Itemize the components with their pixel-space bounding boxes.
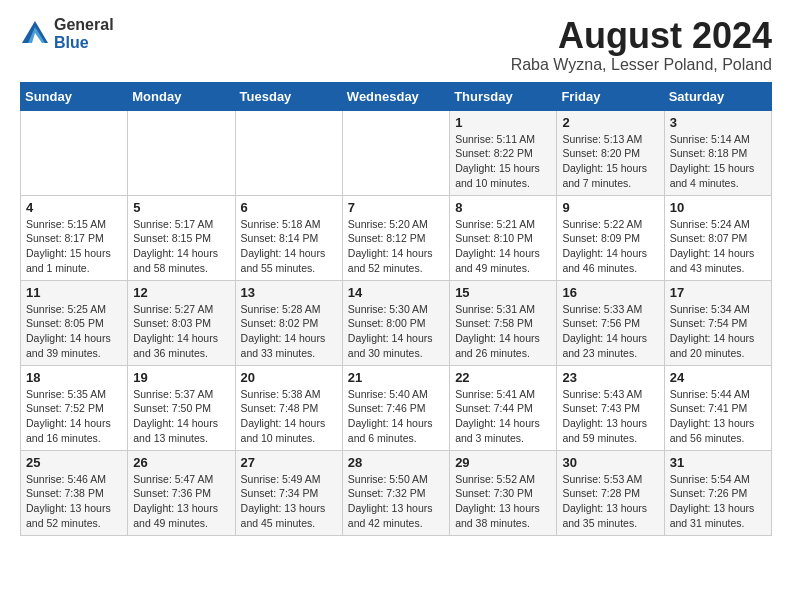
cell-day-number: 22 — [455, 370, 551, 385]
calendar-title: August 2024 — [511, 16, 772, 56]
logo-text: General Blue — [54, 16, 114, 51]
cell-day-number: 4 — [26, 200, 122, 215]
cell-day-number: 24 — [670, 370, 766, 385]
calendar-cell: 5Sunrise: 5:17 AM Sunset: 8:15 PM Daylig… — [128, 195, 235, 280]
logo-icon — [20, 19, 50, 49]
cell-day-number: 16 — [562, 285, 658, 300]
weekday-row: SundayMondayTuesdayWednesdayThursdayFrid… — [21, 82, 772, 110]
calendar-cell: 4Sunrise: 5:15 AM Sunset: 8:17 PM Daylig… — [21, 195, 128, 280]
calendar-cell: 12Sunrise: 5:27 AM Sunset: 8:03 PM Dayli… — [128, 280, 235, 365]
cell-day-info: Sunrise: 5:47 AM Sunset: 7:36 PM Dayligh… — [133, 472, 229, 531]
cell-day-info: Sunrise: 5:13 AM Sunset: 8:20 PM Dayligh… — [562, 132, 658, 191]
cell-day-number: 18 — [26, 370, 122, 385]
calendar-cell: 13Sunrise: 5:28 AM Sunset: 8:02 PM Dayli… — [235, 280, 342, 365]
calendar-cell: 20Sunrise: 5:38 AM Sunset: 7:48 PM Dayli… — [235, 365, 342, 450]
cell-day-info: Sunrise: 5:31 AM Sunset: 7:58 PM Dayligh… — [455, 302, 551, 361]
cell-day-info: Sunrise: 5:11 AM Sunset: 8:22 PM Dayligh… — [455, 132, 551, 191]
cell-day-info: Sunrise: 5:28 AM Sunset: 8:02 PM Dayligh… — [241, 302, 337, 361]
calendar-header: SundayMondayTuesdayWednesdayThursdayFrid… — [21, 82, 772, 110]
cell-day-info: Sunrise: 5:14 AM Sunset: 8:18 PM Dayligh… — [670, 132, 766, 191]
calendar-cell — [128, 110, 235, 195]
cell-day-number: 19 — [133, 370, 229, 385]
cell-day-number: 17 — [670, 285, 766, 300]
cell-day-number: 14 — [348, 285, 444, 300]
weekday-header: Thursday — [450, 82, 557, 110]
calendar-cell — [21, 110, 128, 195]
weekday-header: Sunday — [21, 82, 128, 110]
cell-day-number: 26 — [133, 455, 229, 470]
cell-day-number: 5 — [133, 200, 229, 215]
cell-day-number: 29 — [455, 455, 551, 470]
cell-day-number: 11 — [26, 285, 122, 300]
calendar-cell: 1Sunrise: 5:11 AM Sunset: 8:22 PM Daylig… — [450, 110, 557, 195]
cell-day-info: Sunrise: 5:49 AM Sunset: 7:34 PM Dayligh… — [241, 472, 337, 531]
cell-day-info: Sunrise: 5:20 AM Sunset: 8:12 PM Dayligh… — [348, 217, 444, 276]
calendar-cell: 17Sunrise: 5:34 AM Sunset: 7:54 PM Dayli… — [664, 280, 771, 365]
cell-day-info: Sunrise: 5:22 AM Sunset: 8:09 PM Dayligh… — [562, 217, 658, 276]
calendar-cell: 22Sunrise: 5:41 AM Sunset: 7:44 PM Dayli… — [450, 365, 557, 450]
cell-day-info: Sunrise: 5:54 AM Sunset: 7:26 PM Dayligh… — [670, 472, 766, 531]
calendar-cell: 18Sunrise: 5:35 AM Sunset: 7:52 PM Dayli… — [21, 365, 128, 450]
cell-day-number: 12 — [133, 285, 229, 300]
cell-day-info: Sunrise: 5:40 AM Sunset: 7:46 PM Dayligh… — [348, 387, 444, 446]
logo-general: General — [54, 16, 114, 34]
cell-day-info: Sunrise: 5:35 AM Sunset: 7:52 PM Dayligh… — [26, 387, 122, 446]
calendar-cell: 16Sunrise: 5:33 AM Sunset: 7:56 PM Dayli… — [557, 280, 664, 365]
cell-day-number: 15 — [455, 285, 551, 300]
cell-day-info: Sunrise: 5:15 AM Sunset: 8:17 PM Dayligh… — [26, 217, 122, 276]
cell-day-number: 9 — [562, 200, 658, 215]
weekday-header: Wednesday — [342, 82, 449, 110]
calendar-week-row: 11Sunrise: 5:25 AM Sunset: 8:05 PM Dayli… — [21, 280, 772, 365]
calendar-cell — [342, 110, 449, 195]
calendar-week-row: 25Sunrise: 5:46 AM Sunset: 7:38 PM Dayli… — [21, 450, 772, 535]
calendar-week-row: 1Sunrise: 5:11 AM Sunset: 8:22 PM Daylig… — [21, 110, 772, 195]
calendar-cell: 27Sunrise: 5:49 AM Sunset: 7:34 PM Dayli… — [235, 450, 342, 535]
title-block: August 2024 Raba Wyzna, Lesser Poland, P… — [511, 16, 772, 74]
cell-day-number: 25 — [26, 455, 122, 470]
cell-day-number: 1 — [455, 115, 551, 130]
logo-blue: Blue — [54, 34, 114, 52]
calendar-cell: 15Sunrise: 5:31 AM Sunset: 7:58 PM Dayli… — [450, 280, 557, 365]
cell-day-number: 2 — [562, 115, 658, 130]
cell-day-number: 30 — [562, 455, 658, 470]
cell-day-info: Sunrise: 5:17 AM Sunset: 8:15 PM Dayligh… — [133, 217, 229, 276]
weekday-header: Monday — [128, 82, 235, 110]
cell-day-info: Sunrise: 5:33 AM Sunset: 7:56 PM Dayligh… — [562, 302, 658, 361]
cell-day-number: 21 — [348, 370, 444, 385]
cell-day-info: Sunrise: 5:21 AM Sunset: 8:10 PM Dayligh… — [455, 217, 551, 276]
calendar-cell: 26Sunrise: 5:47 AM Sunset: 7:36 PM Dayli… — [128, 450, 235, 535]
cell-day-number: 20 — [241, 370, 337, 385]
calendar-cell: 24Sunrise: 5:44 AM Sunset: 7:41 PM Dayli… — [664, 365, 771, 450]
calendar-cell: 9Sunrise: 5:22 AM Sunset: 8:09 PM Daylig… — [557, 195, 664, 280]
cell-day-number: 23 — [562, 370, 658, 385]
cell-day-number: 10 — [670, 200, 766, 215]
calendar-cell: 23Sunrise: 5:43 AM Sunset: 7:43 PM Dayli… — [557, 365, 664, 450]
calendar-cell — [235, 110, 342, 195]
cell-day-number: 13 — [241, 285, 337, 300]
calendar-body: 1Sunrise: 5:11 AM Sunset: 8:22 PM Daylig… — [21, 110, 772, 535]
calendar-cell: 29Sunrise: 5:52 AM Sunset: 7:30 PM Dayli… — [450, 450, 557, 535]
calendar-cell: 8Sunrise: 5:21 AM Sunset: 8:10 PM Daylig… — [450, 195, 557, 280]
calendar-cell: 14Sunrise: 5:30 AM Sunset: 8:00 PM Dayli… — [342, 280, 449, 365]
calendar-cell: 25Sunrise: 5:46 AM Sunset: 7:38 PM Dayli… — [21, 450, 128, 535]
cell-day-info: Sunrise: 5:53 AM Sunset: 7:28 PM Dayligh… — [562, 472, 658, 531]
calendar-cell: 2Sunrise: 5:13 AM Sunset: 8:20 PM Daylig… — [557, 110, 664, 195]
page: General Blue August 2024 Raba Wyzna, Les… — [0, 0, 792, 552]
cell-day-info: Sunrise: 5:18 AM Sunset: 8:14 PM Dayligh… — [241, 217, 337, 276]
calendar-cell: 6Sunrise: 5:18 AM Sunset: 8:14 PM Daylig… — [235, 195, 342, 280]
logo: General Blue — [20, 16, 114, 51]
calendar-week-row: 4Sunrise: 5:15 AM Sunset: 8:17 PM Daylig… — [21, 195, 772, 280]
cell-day-info: Sunrise: 5:50 AM Sunset: 7:32 PM Dayligh… — [348, 472, 444, 531]
cell-day-info: Sunrise: 5:41 AM Sunset: 7:44 PM Dayligh… — [455, 387, 551, 446]
cell-day-info: Sunrise: 5:46 AM Sunset: 7:38 PM Dayligh… — [26, 472, 122, 531]
header: General Blue August 2024 Raba Wyzna, Les… — [20, 16, 772, 74]
cell-day-info: Sunrise: 5:37 AM Sunset: 7:50 PM Dayligh… — [133, 387, 229, 446]
cell-day-number: 7 — [348, 200, 444, 215]
calendar-cell: 10Sunrise: 5:24 AM Sunset: 8:07 PM Dayli… — [664, 195, 771, 280]
cell-day-info: Sunrise: 5:52 AM Sunset: 7:30 PM Dayligh… — [455, 472, 551, 531]
cell-day-number: 6 — [241, 200, 337, 215]
cell-day-number: 27 — [241, 455, 337, 470]
cell-day-info: Sunrise: 5:30 AM Sunset: 8:00 PM Dayligh… — [348, 302, 444, 361]
calendar-cell: 3Sunrise: 5:14 AM Sunset: 8:18 PM Daylig… — [664, 110, 771, 195]
cell-day-info: Sunrise: 5:27 AM Sunset: 8:03 PM Dayligh… — [133, 302, 229, 361]
